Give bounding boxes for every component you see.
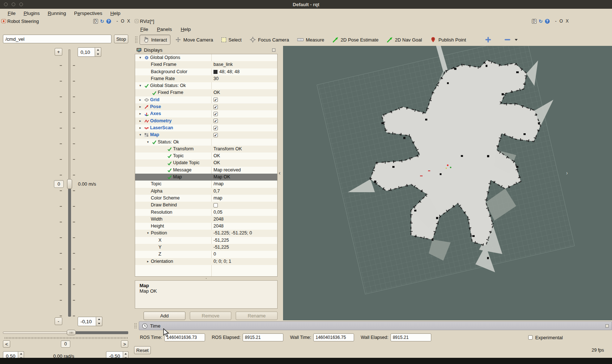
dock-close-button[interactable]: X: [565, 19, 569, 24]
tree-row-map[interactable]: ▾Map✔: [135, 131, 277, 138]
tree-row-fixed-frame[interactable]: Fixed Framebase_link: [135, 61, 277, 68]
angular-right-button[interactable]: >: [121, 340, 128, 348]
menu-perspectives[interactable]: Perspectives: [71, 10, 105, 17]
tree-row-pose[interactable]: ▸Pose✔: [135, 103, 277, 110]
tool-plus-icon[interactable]: [482, 35, 495, 45]
tree-row-status-ok[interactable]: ▾Status: Ok: [135, 139, 277, 146]
tree-row-grid[interactable]: ▸Grid✔: [135, 96, 277, 103]
tree-row-transform[interactable]: TransformTransform OK: [135, 146, 277, 153]
menu-file[interactable]: File: [4, 10, 19, 17]
spin-up-icon[interactable]: [18, 352, 24, 356]
angular-slider-handle[interactable]: [67, 330, 76, 335]
help-icon[interactable]: ?: [106, 19, 111, 24]
wall-elapsed-field[interactable]: 8915.21: [391, 333, 431, 341]
expander-closed-icon[interactable]: ▸: [137, 124, 143, 131]
tree-row-message[interactable]: MessageMap received: [135, 167, 277, 174]
tree-row-laserscan[interactable]: ▸LaserScan✔: [135, 124, 277, 131]
tool-interact[interactable]: Interact: [140, 35, 170, 45]
expander-closed-icon[interactable]: ▸: [137, 118, 143, 124]
dock-minimize-button[interactable]: -: [555, 19, 557, 24]
tree-row-height[interactable]: Height2048: [135, 223, 277, 230]
tree-row-odometry[interactable]: ▸Odometry✔: [135, 118, 277, 124]
chevron-down-icon[interactable]: [515, 39, 518, 41]
expand-right-icon[interactable]: ›: [566, 170, 568, 176]
tool-select[interactable]: Select: [218, 35, 245, 45]
dock-minimize-button[interactable]: -: [116, 19, 118, 24]
tree-row-update-topic[interactable]: Update TopicOK: [135, 159, 277, 166]
tree-row-x[interactable]: X-51,225: [135, 237, 277, 244]
linear-slider-handle[interactable]: [67, 179, 72, 189]
dock-close-button[interactable]: X: [127, 19, 130, 24]
tool-minus-icon[interactable]: [501, 35, 521, 45]
ros-time-field[interactable]: 1460401636.73: [164, 333, 205, 341]
collapse-left-icon[interactable]: ‹: [279, 170, 280, 176]
linear-decrease-button[interactable]: -: [55, 317, 62, 325]
expander-closed-icon[interactable]: ▸: [137, 110, 143, 117]
tree-row-global-options[interactable]: ▾Global Options: [135, 54, 277, 61]
expander-open-icon[interactable]: ▾: [145, 139, 151, 146]
checkbox-checked[interactable]: ✔: [213, 133, 218, 137]
reset-button[interactable]: Reset: [134, 346, 151, 354]
stop-button[interactable]: Stop: [114, 35, 128, 43]
spin-up-icon[interactable]: [123, 352, 128, 356]
tree-row-width[interactable]: Width2048: [135, 216, 277, 223]
checkbox-unchecked[interactable]: [213, 203, 218, 207]
angular-left-button[interactable]: <: [3, 340, 10, 348]
angular-slider-groove[interactable]: [3, 332, 68, 334]
refresh-icon[interactable]: ↻: [100, 19, 104, 24]
menu-help[interactable]: Help: [107, 10, 124, 17]
tool-measure[interactable]: Measure: [294, 35, 328, 45]
cmd-vel-topic-input[interactable]: /cmd_vel: [3, 35, 111, 43]
angular-slider-fill[interactable]: [75, 331, 128, 334]
spin-down-icon[interactable]: [95, 52, 101, 56]
expander-open-icon[interactable]: ▾: [137, 82, 143, 89]
expander-open-icon[interactable]: ▾: [137, 54, 143, 61]
experimental-checkbox[interactable]: [528, 335, 533, 340]
linear-max-spinbox[interactable]: 0,10: [78, 47, 101, 57]
experimental-toggle[interactable]: Experimental: [528, 335, 563, 340]
checkbox-checked[interactable]: ✔: [213, 119, 218, 123]
tree-help-splitter[interactable]: [195, 277, 217, 280]
dock-float-button[interactable]: O: [121, 19, 125, 24]
spin-down-icon[interactable]: [96, 321, 102, 326]
rviz-menu-file[interactable]: File: [137, 26, 152, 33]
tool-2d-nav-goal[interactable]: 2D Nav Goal: [383, 35, 425, 45]
tree-row-y[interactable]: Y-51,225: [135, 244, 277, 251]
expander-closed-icon[interactable]: ▸: [137, 96, 143, 103]
tree-row-draw-behind[interactable]: Draw Behind: [135, 202, 277, 209]
tool-move-camera[interactable]: Move Camera: [172, 35, 217, 45]
tool-publish-point[interactable]: Publish Point: [427, 35, 470, 45]
spin-arrows[interactable]: [95, 47, 101, 57]
tree-row-alpha[interactable]: Alpha0,7: [135, 188, 277, 195]
checkbox-checked[interactable]: ✔: [213, 112, 218, 116]
displays-viewport-splitter[interactable]: ‹: [278, 46, 283, 320]
tree-row-color-scheme[interactable]: Color Schememap: [135, 195, 277, 202]
expander-closed-icon[interactable]: ▸: [145, 258, 151, 265]
spin-up-icon[interactable]: [96, 317, 102, 321]
dock-d-button[interactable]: D: [93, 19, 98, 24]
tool-focus-camera[interactable]: Focus Camera: [246, 35, 293, 45]
dock-d-button[interactable]: D: [532, 19, 537, 24]
time-panel-grip[interactable]: [134, 323, 137, 329]
time-panel-float-button[interactable]: [605, 324, 609, 328]
tree-row-resolution[interactable]: Resolution0,05: [135, 209, 277, 216]
help-icon[interactable]: ?: [545, 19, 550, 24]
ros-elapsed-field[interactable]: 8915.21: [243, 333, 283, 341]
linear-min-spinbox[interactable]: -0,10: [78, 317, 102, 326]
spin-arrows[interactable]: [96, 317, 102, 326]
rviz-menu-panels[interactable]: Panels: [154, 26, 175, 33]
tree-row-axes[interactable]: ▸Axes✔: [135, 110, 277, 117]
tree-row-global-status-ok[interactable]: ▾Global Status: Ok: [135, 82, 277, 89]
tree-row-map[interactable]: MapMap OK: [135, 174, 277, 181]
menu-plugins[interactable]: Plugins: [20, 10, 43, 17]
checkbox-checked[interactable]: ✔: [213, 98, 218, 102]
tree-row-z[interactable]: Z0: [135, 251, 277, 258]
spin-up-icon[interactable]: [95, 48, 101, 52]
checkbox-checked[interactable]: ✔: [213, 126, 218, 130]
tool-2d-pose-estimate[interactable]: 2D Pose Estimate: [329, 35, 382, 45]
tree-row-background-color[interactable]: Background Color48; 48; 48: [135, 68, 277, 75]
expander-open-icon[interactable]: ▾: [137, 131, 143, 138]
linear-slider-fill[interactable]: [68, 189, 71, 317]
tree-row-fixed-frame[interactable]: Fixed FrameOK: [135, 89, 277, 96]
tree-row-frame-rate[interactable]: Frame Rate30: [135, 75, 277, 82]
